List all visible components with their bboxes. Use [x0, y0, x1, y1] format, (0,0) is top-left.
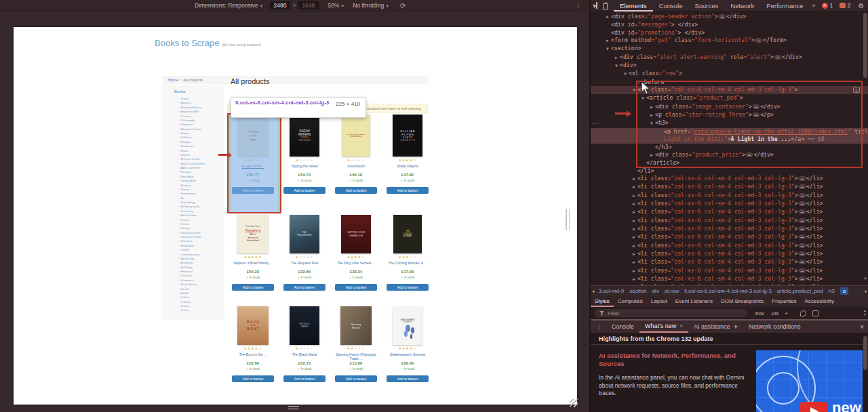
styles-tab-styles[interactable]: Styles [591, 296, 614, 307]
scrollbar-down-arrow-icon[interactable]: ▼ [863, 276, 867, 281]
dimensions-select[interactable]: Dimensions: Responsive▼ [195, 2, 264, 9]
tree-node[interactable]: ▶<li class="col-xs-6 col-sm-4 col-md-3 c… [591, 183, 868, 191]
add-to-basket-button[interactable]: Add to basket [335, 284, 377, 291]
book-cover[interactable]: Yuval Noah HarariSapiensA BriefHistory o… [237, 215, 269, 253]
expand-inline-icon[interactable]: … [774, 55, 781, 60]
play-button-icon[interactable] [800, 402, 828, 412]
expand-arrow-icon[interactable]: ▶ [631, 201, 637, 208]
styles-scrollbar[interactable]: ▲▼ [862, 308, 868, 316]
expand-inline-icon[interactable]: … [799, 260, 806, 264]
book-cover[interactable]: SHAKESPEARE'SSONNETS [393, 306, 422, 345]
tree-node[interactable]: ▼<div> [591, 62, 868, 70]
expand-inline-icon[interactable]: … [799, 218, 806, 223]
product-title-link[interactable]: Sapiens: A Brief History ... [229, 261, 277, 269]
drawer-close-icon[interactable]: × [860, 323, 864, 331]
product-title-link[interactable]: The Coming Woman: A ... [383, 261, 432, 269]
gear-icon[interactable]: ⚙ [859, 2, 865, 9]
viewport-width-resize-handle[interactable] [566, 209, 570, 230]
styles-tab-accessibility[interactable]: Accessibility [801, 296, 839, 307]
tree-node[interactable]: ▼<ol class="row"> [591, 70, 868, 78]
add-to-basket-button[interactable]: Add to basket [387, 187, 429, 194]
collapse-arrow-icon[interactable]: ▼ [622, 70, 629, 78]
collapse-arrow-icon[interactable]: ▼ [604, 45, 611, 53]
expand-inline-icon[interactable]: … [799, 176, 806, 181]
add-to-basket-button[interactable]: Add to basket [387, 375, 429, 382]
dom-crumb[interactable]: a [840, 287, 848, 295]
tree-node[interactable]: ▶<li class="col-xs-6 col-sm-4 col-md-3 c… [591, 175, 868, 183]
crumb-scroll-right-icon[interactable]: ▸ [865, 289, 867, 294]
book-cover[interactable]: THEREQUIEM RED [290, 215, 319, 253]
dom-crumb[interactable]: li.col-xs-6.col-sm-4.col-md-3.col-lg-3 [684, 288, 771, 294]
expand-arrow-icon[interactable]: ▶ [631, 209, 637, 216]
styles-tab-layout[interactable]: Layout [647, 296, 671, 307]
expand-arrow-icon[interactable]: ▶ [631, 243, 637, 250]
drawer-tab-what-s-new[interactable]: What's new× [639, 321, 688, 333]
expand-inline-icon[interactable]: … [799, 243, 806, 248]
tree-node[interactable]: ▶<li class="col-xs-6 col-sm-4 col-md-3 c… [591, 275, 868, 283]
expand-arrow-icon[interactable]: ▶ [631, 276, 637, 283]
sidebar-title-books[interactable]: Books [161, 85, 224, 94]
expand-inline-icon[interactable]: … [799, 226, 806, 231]
dom-crumb[interactable]: ol.row [665, 288, 679, 294]
book-cover[interactable]: G I L L I A NF L Y N NS H A R PO B J E C… [393, 115, 422, 157]
expand-arrow-icon[interactable]: ▶ [631, 218, 637, 225]
tree-node[interactable]: <div id="messages"> </div> [591, 21, 868, 28]
close-icon[interactable]: × [679, 320, 683, 332]
expand-inline-icon[interactable]: … [799, 193, 806, 198]
collapse-arrow-icon[interactable]: ▼ [613, 62, 620, 70]
product-title-link[interactable]: The Dirty Little Secrets ... [332, 261, 380, 269]
dom-crumb[interactable]: article.product_pod [777, 288, 823, 294]
expand-inline-icon[interactable]: … [719, 14, 726, 19]
styles-filter-input[interactable]: Filter [595, 309, 748, 317]
add-to-basket-button[interactable]: Add to basket [387, 284, 429, 291]
dom-crumb[interactable]: 3.col-md-9 [599, 288, 625, 294]
device-toolbar-menu-icon[interactable]: ⋮ [575, 2, 581, 9]
styles-tab-dom-breakpoints[interactable]: DOM Breakpoints [717, 296, 768, 307]
styles-tab-properties[interactable]: Properties [768, 296, 800, 307]
expand-inline-icon[interactable]: … [799, 209, 806, 214]
styles-tab-event-listeners[interactable]: Event Listeners [671, 296, 717, 307]
book-cover[interactable]: SARAHWATERSTIPPINGTHE VELVET [290, 115, 319, 157]
styles-tab-computed[interactable]: Computed [614, 296, 647, 307]
drawer-menu-icon[interactable]: ⋮ [596, 323, 602, 330]
drawer-tab-network-conditions[interactable]: Network conditions [743, 321, 806, 333]
more-tabs-icon[interactable]: » [812, 2, 816, 9]
add-to-basket-button[interactable]: Add to basket [283, 375, 326, 382]
add-to-basket-button[interactable]: Add to basket [232, 284, 274, 291]
tree-node[interactable]: ▶<li class="col-xs-6 col-sm-4 col-md-3 c… [591, 233, 868, 241]
tree-node[interactable]: ▶<li class="col-xs-6 col-sm-4 col-md-3 c… [591, 225, 868, 233]
devtools-tab-sources[interactable]: Sources [688, 0, 724, 12]
tree-node[interactable]: ▶<li class="col-xs-6 col-sm-4 col-md-3 c… [591, 208, 868, 216]
expand-arrow-icon[interactable]: ▶ [613, 54, 620, 62]
expand-arrow-icon[interactable]: ▶ [604, 37, 611, 45]
expand-inline-icon[interactable]: … [799, 251, 806, 256]
zoom-select[interactable]: 50%▼ [328, 2, 344, 9]
drawer-tab-console[interactable]: Console [606, 321, 639, 333]
expand-arrow-icon[interactable]: ▶ [631, 192, 637, 200]
tree-node[interactable]: ▼<section> [591, 45, 868, 53]
add-to-basket-button[interactable]: Add to basket [283, 187, 326, 194]
tree-node[interactable]: ▶<div class="alert alert-warning" role="… [591, 54, 868, 62]
filter-control[interactable]: .cls [770, 310, 778, 316]
expand-inline-icon[interactable]: … [799, 268, 806, 273]
tree-node[interactable]: </li> [591, 167, 868, 175]
book-cover[interactable]: GETTING YOURDREAM JOB [341, 215, 371, 253]
tree-node[interactable]: ▶<li class="col-xs-6 col-sm-4 col-md-3 c… [591, 258, 868, 266]
tree-node[interactable]: ▶<li class="col-xs-6 col-sm-4 col-md-3 c… [591, 192, 868, 200]
issues-badge[interactable]: 2 [840, 2, 850, 9]
expand-inline-icon[interactable]: … [799, 276, 806, 281]
dom-crumb[interactable]: div [652, 288, 659, 294]
tree-node[interactable]: <div id="promotions"> </div> [591, 29, 868, 37]
expand-inline-icon[interactable]: … [755, 38, 762, 43]
inspect-element-icon[interactable] [596, 2, 597, 9]
tree-node[interactable]: ▶<li class="col-xs-6 col-sm-4 col-md-3 c… [591, 267, 868, 275]
viewport-corner-resize-handle[interactable] [570, 399, 578, 407]
viewport-height-resize-handle[interactable] [288, 406, 299, 409]
elements-scrollbar[interactable] [863, 13, 867, 78]
filter-control[interactable]: + [785, 310, 788, 316]
devtools-tab-performance[interactable]: Performance [760, 0, 809, 12]
product-title-link[interactable]: Starving Hearts (Triangular Trade ... [332, 352, 380, 360]
product-title-link[interactable]: The Boys in the ... [229, 352, 277, 360]
expand-arrow-icon[interactable]: ▶ [631, 226, 637, 233]
book-cover[interactable]: THE BLACKMARIA [290, 306, 319, 345]
